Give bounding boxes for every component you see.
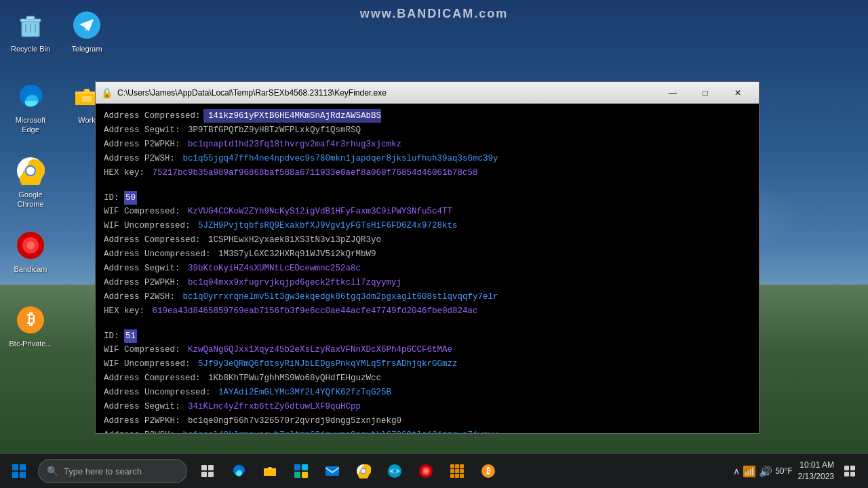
taskbar-store[interactable] [286, 456, 316, 486]
line-value: bc1qnaptd1hd23fq18thvrgv2maf4r3rhug3xjcm… [183, 138, 402, 151]
line-value: 3P9TBfGPQfbZ9yH8TzWFPLxkQyf1QsmRSQ [183, 123, 361, 137]
line-value: bc1q04mxx9xfugrvjkqjpd6geck2ftkcll7zqyym… [183, 276, 402, 289]
id-value: 51 [124, 329, 137, 343]
svg-point-36 [424, 469, 428, 473]
telegram-desktop-icon[interactable]: Telegram [60, 3, 114, 59]
console-line: Address P2WSH: bc1qsql49klmmawpcwh7rltmp… [104, 428, 751, 433]
console-line: HEX key: 619ea43d8465859769eab7156fb3f9e… [104, 304, 751, 318]
line-label: Address Compressed: [104, 233, 201, 247]
line-value: 619ea43d8465859769eab7156fb3f9e6cc0ae44a… [147, 304, 478, 318]
svg-rect-17 [20, 464, 26, 470]
edge-desktop-icon[interactable]: Microsoft Edge [3, 75, 58, 140]
line-value: bc1qsql49klmmawpcwh7rltmp60jpwyne9ngxtkl… [178, 428, 498, 433]
taskbar: 🔍 Type here to search [0, 454, 868, 488]
taskbar-edge-app[interactable] [224, 456, 254, 486]
maximize-button[interactable]: □ [690, 83, 721, 103]
svg-rect-40 [450, 469, 454, 473]
line-value: bc1q55jgq47ffh4ne4npdvec9s780mkn1japdqer… [178, 152, 498, 165]
line-label: Address P2WSH: [104, 290, 175, 304]
svg-rect-28 [326, 466, 339, 476]
line-value: 1Kb8KhTPWu7ghhMS9Wo68yQHdfEHguzWcc [203, 371, 382, 385]
btc-image: ₿ [14, 304, 47, 336]
svg-rect-41 [455, 469, 459, 473]
chevron-up-icon[interactable]: ∧ [733, 466, 740, 476]
line-value: KzVUG4CCKoW2ZYh9NcKyS12igVdB1HFyFaxm3C9i… [183, 205, 453, 218]
edge-label: Microsoft Edge [6, 115, 55, 135]
bandicam-image [14, 229, 47, 262]
taskbar-explorer[interactable] [255, 456, 285, 486]
window-controls: — □ ✕ [657, 83, 753, 103]
console-line: Address Segwit: 39bKtoKyiHZ4sXUMNtLcEDce… [104, 262, 751, 275]
line-label: WIF Uncompressed: [104, 219, 191, 232]
line-label: Address P2WPKH: [104, 414, 180, 428]
svg-point-33 [393, 469, 397, 473]
line-value: bc1qe0ngf66h7v326570r2qvrdj9dngg5zxnjnek… [183, 414, 402, 428]
line-label: Address P2WPKH: [104, 138, 180, 151]
window-titlebar: 🔒 C:\Users\James\AppData\Local\Temp\RarS… [96, 82, 759, 104]
taskbar-search-bar[interactable]: 🔍 Type here to search [38, 459, 187, 483]
recycle-bin-icon[interactable]: Recycle Bin [3, 3, 58, 59]
svg-rect-43 [450, 474, 454, 478]
console-line: Address Segwit: 3P9TBfGPQfbZ9yH8TzWFPLxk… [104, 123, 751, 137]
chrome-desktop-icon[interactable]: Google Chrome [3, 149, 58, 215]
taskbar-bandicam-app[interactable] [411, 456, 441, 486]
svg-point-10 [26, 167, 35, 175]
console-line: WIF Compressed: KzVUG4CCKoW2ZYh9NcKyS12i… [104, 205, 751, 218]
sound-icon[interactable]: 🔊 [759, 465, 772, 478]
console-line: WIF Compressed: KzwQaNg6QJxx1Xqyz45b2eXs… [104, 343, 751, 357]
svg-text:₿: ₿ [27, 310, 35, 327]
line-label: Address P2WPKH: [104, 276, 180, 289]
line-label: Address Compressed: [104, 109, 201, 123]
svg-rect-42 [460, 469, 464, 473]
search-icon: 🔍 [47, 466, 58, 476]
line-label: Address Uncompressed: [104, 247, 211, 261]
work-label: Work [78, 115, 95, 125]
taskbar-browser2-app[interactable] [380, 456, 410, 486]
console-line: Address P2WPKH: bc1qe0ngf66h7v326570r2qv… [104, 414, 751, 428]
console-line: Address P2WPKH: bc1q04mxx9xfugrvjkqjpd6g… [104, 276, 751, 289]
line-label: Address Compressed: [104, 371, 201, 385]
bandicam-desktop-icon[interactable]: Bandicam [3, 224, 58, 279]
bandicam-label: Bandicam [14, 264, 47, 274]
close-button[interactable]: ✕ [722, 83, 753, 103]
edge-image [14, 80, 47, 113]
line-value: 1M3S7yLGXC32HXRq91WJV5i2kQrMbW9 [214, 247, 376, 261]
minimize-button[interactable]: — [657, 83, 688, 103]
svg-rect-23 [208, 472, 214, 477]
taskbar-mail[interactable] [317, 456, 347, 486]
taskbar-task-view[interactable] [193, 456, 222, 486]
line-value: 34iKLnc4yZfrxb6ttZy6dtuwLXF9quHCpp [183, 400, 361, 413]
clock-date: 2/13/2023 [798, 471, 834, 483]
desktop: www.BANDICAM.com Recycle Bin [0, 0, 868, 488]
line-value: 39bKtoKyiHZ4sXUMNtLcEDcewmnc252a8c [183, 262, 361, 275]
taskbar-grid-app[interactable] [442, 456, 472, 486]
line-value: 1AYAdi2EmGLYMc3Mf2L4YQfK62fzTqG25B [214, 386, 392, 399]
console-line: WIF Uncompressed: 5JZH9PvjtqbfsRQ9Exakbf… [104, 219, 751, 232]
btc-desktop-icon[interactable]: ₿ Btc-Private... [3, 298, 58, 354]
temperature-label: 50°F [775, 466, 792, 476]
btc-label: Btc-Private... [9, 339, 52, 348]
line-label: Address Segwit: [104, 262, 180, 275]
clock-time: 10:01 AM [798, 460, 834, 471]
svg-rect-16 [12, 464, 18, 470]
line-label: Address Segwit: [104, 123, 180, 137]
system-tray: ∧ 📶 🔊 50°F 10:01 AM 2/13/2023 [733, 460, 865, 483]
line-label: WIF Compressed: [104, 343, 180, 357]
start-button[interactable] [3, 455, 35, 487]
id-label: ID: [104, 329, 124, 343]
svg-rect-38 [455, 464, 459, 468]
console-line: Address Compressed: 14ikz961yPXtB6HE4MKm… [104, 109, 751, 123]
svg-rect-45 [460, 474, 464, 478]
system-clock[interactable]: 10:01 AM 2/13/2023 [798, 460, 834, 483]
taskbar-chrome-app[interactable] [349, 456, 378, 486]
console-content[interactable]: Address Compressed: 14ikz961yPXtB6HE4MKm… [96, 104, 759, 433]
taskbar-bitcoin-app[interactable]: ₿ [473, 456, 503, 486]
line-label: Address Uncompressed: [104, 386, 211, 399]
window-icon: 🔒 [101, 87, 112, 98]
console-line: Address Compressed: 1Kb8KhTPWu7ghhMS9Wo6… [104, 371, 751, 385]
svg-rect-51 [850, 472, 855, 476]
tray-icons: ∧ 📶 🔊 50°F [733, 465, 792, 478]
network-icon[interactable]: 📶 [743, 465, 756, 478]
notification-center-button[interactable] [840, 461, 860, 481]
line-label: Address P2WSH: [104, 428, 175, 433]
